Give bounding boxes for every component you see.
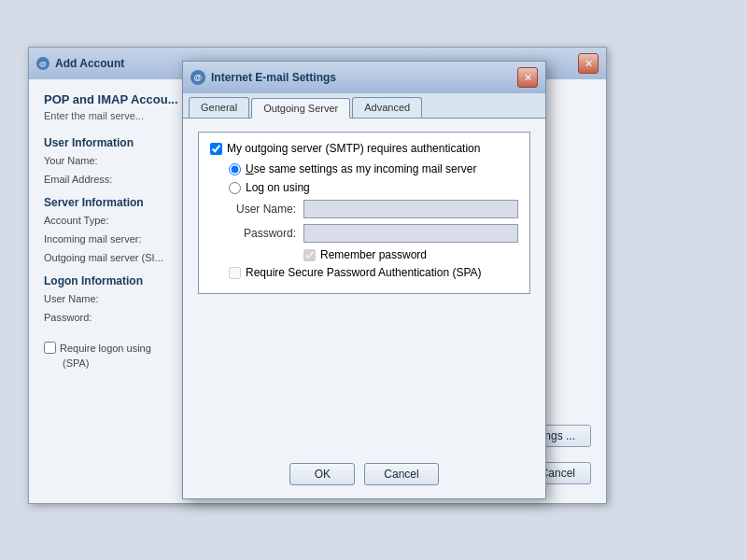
user-name-input[interactable] — [303, 200, 518, 218]
tab-general[interactable]: General — [189, 97, 249, 118]
ok-button[interactable]: OK — [289, 463, 355, 485]
modal-title-text: Internet E-mail Settings — [211, 71, 336, 84]
same-settings-row: Use same settings as my incoming mail se… — [210, 162, 518, 175]
cancel-button[interactable]: Cancel — [364, 463, 438, 485]
modal-icon: @ — [190, 70, 205, 85]
user-name-field-row: User Name: — [210, 200, 518, 218]
remember-password-label: Remember password — [320, 248, 427, 261]
modal-title-area: @ Internet E-mail Settings — [190, 70, 336, 85]
bg-require-logon-checkbox[interactable] — [44, 342, 56, 354]
add-account-title: @ Add Account — [36, 57, 124, 70]
log-on-label: Log on using — [246, 181, 310, 194]
require-spa-label: Require Secure Password Authentication (… — [246, 266, 482, 279]
same-settings-radio[interactable] — [229, 163, 241, 175]
password-field-row: Password: — [210, 224, 518, 243]
user-name-label: User Name: — [229, 203, 303, 216]
smtp-auth-label: My outgoing server (SMTP) requires authe… — [227, 142, 480, 155]
log-on-radio[interactable] — [229, 182, 241, 194]
log-on-row: Log on using — [210, 181, 518, 194]
tab-outgoing-server[interactable]: Outgoing Server — [251, 98, 350, 119]
modal-titlebar: @ Internet E-mail Settings ✕ — [183, 62, 545, 93]
bg-close-button[interactable]: ✕ — [578, 53, 599, 74]
modal-footer: OK Cancel — [183, 463, 545, 485]
remember-password-checkbox[interactable] — [303, 249, 316, 261]
remember-password-row: Remember password — [210, 248, 518, 261]
smtp-auth-row: My outgoing server (SMTP) requires authe… — [210, 142, 518, 155]
same-settings-label: Use same settings as my incoming mail se… — [246, 162, 476, 175]
modal-tabs: General Outgoing Server Advanced — [183, 93, 545, 119]
modal-close-button[interactable]: ✕ — [517, 67, 538, 88]
tab-advanced[interactable]: Advanced — [352, 97, 422, 118]
smtp-auth-checkbox[interactable] — [210, 143, 222, 155]
require-spa-checkbox[interactable] — [229, 267, 241, 279]
password-label: Password: — [229, 227, 303, 240]
internet-email-settings-dialog: @ Internet E-mail Settings ✕ General Out… — [182, 61, 546, 499]
add-account-icon: @ — [36, 57, 49, 70]
password-input[interactable] — [303, 224, 518, 243]
bg-require-logon-label: Require logon using — [60, 343, 151, 354]
outgoing-server-section: My outgoing server (SMTP) requires authe… — [198, 132, 530, 294]
require-spa-row: Require Secure Password Authentication (… — [210, 266, 518, 279]
modal-body: My outgoing server (SMTP) requires authe… — [183, 119, 545, 318]
